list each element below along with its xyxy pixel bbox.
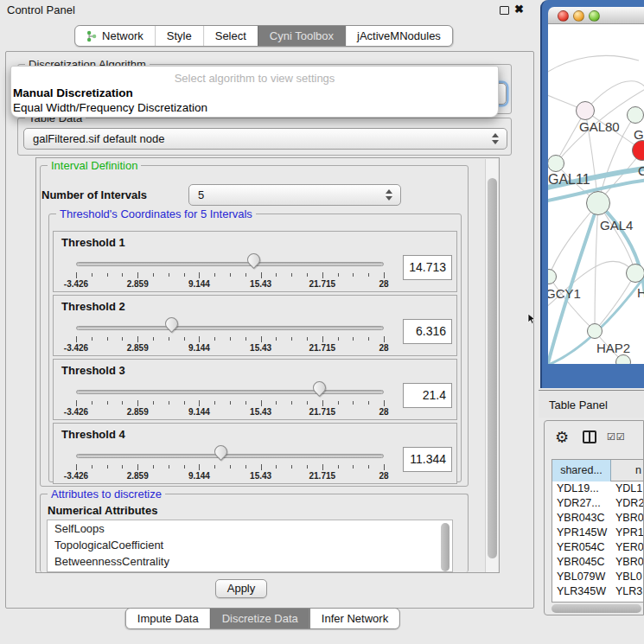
column-header-shared[interactable]: shared... xyxy=(552,460,611,481)
slider-tick xyxy=(230,273,231,277)
slider-tick xyxy=(76,272,77,278)
float-window-icon[interactable] xyxy=(500,6,509,15)
checked-boxes-icon[interactable]: ☑☑ xyxy=(607,431,626,443)
tab-cyni-toolbox[interactable]: Cyni Toolbox xyxy=(258,26,345,46)
slider-track[interactable] xyxy=(76,454,384,458)
tab-discretize-data[interactable]: Discretize Data xyxy=(210,609,309,628)
network-node[interactable] xyxy=(548,155,564,172)
network-node[interactable] xyxy=(615,354,631,364)
threshold-value-field[interactable]: 21.4 xyxy=(403,383,452,408)
slider-tick xyxy=(92,273,92,277)
cell-shared-name: YPR145W xyxy=(557,526,611,540)
bottom-tab-bar: Impute Data Discretize Data Infer Networ… xyxy=(125,608,400,629)
scrollbar-thumb[interactable] xyxy=(488,178,497,558)
cell-name: YDR2 xyxy=(615,496,643,511)
slider-tick xyxy=(322,336,323,342)
slider-tick xyxy=(214,401,215,405)
slider-tick xyxy=(107,337,108,341)
slider-tick xyxy=(338,273,339,277)
slider-tick xyxy=(184,465,185,469)
split-columns-icon[interactable] xyxy=(583,430,596,443)
threshold-value-field[interactable]: 6.316 xyxy=(403,319,452,344)
algorithm-popup-hint: Select algorithm to view settings xyxy=(11,72,498,85)
slider-tick xyxy=(261,272,262,278)
column-header-name[interactable]: n xyxy=(613,460,643,481)
network-node[interactable] xyxy=(627,106,644,124)
horizontal-scrollbar[interactable] xyxy=(552,604,641,613)
slider-tick-label: 9.144 xyxy=(188,471,210,481)
slider-track[interactable] xyxy=(76,326,384,330)
tab-select[interactable]: Select xyxy=(203,26,258,46)
attribute-list-item[interactable]: TopologicalCoefficient xyxy=(48,537,452,553)
cell-shared-name: YBL079W xyxy=(557,570,611,584)
slider-tick xyxy=(214,465,215,469)
network-node[interactable] xyxy=(587,323,603,339)
attribute-list-item[interactable]: BetweennessCentrality xyxy=(48,553,452,570)
slider-tick-label: 9.144 xyxy=(188,407,210,417)
vertical-scrollbar[interactable] xyxy=(485,159,498,573)
slider-tick-label: 9.144 xyxy=(188,279,210,289)
slider-tick xyxy=(276,465,277,469)
slider-tick xyxy=(276,401,277,405)
table-row[interactable]: YDR27...YDR2 xyxy=(552,496,643,511)
table-panel-title: Table Panel xyxy=(549,399,608,411)
slider-tick-label: 2.859 xyxy=(127,471,149,481)
slider-tick xyxy=(169,337,169,341)
apply-button[interactable]: Apply xyxy=(215,579,267,598)
slider-tick-label: 21.715 xyxy=(309,407,336,417)
table-row[interactable]: YLR345WYLR3 xyxy=(552,584,643,599)
table-data-combobox[interactable]: galFiltered.sif default node xyxy=(23,128,507,150)
table-row[interactable]: YIL052CYIL0 xyxy=(552,599,643,603)
threshold-row: Threshold 2-3.4262.8599.14415.4321.71528… xyxy=(53,295,457,356)
slider-tick xyxy=(169,401,169,405)
threshold-value-field[interactable]: 11.344 xyxy=(403,447,452,472)
edge xyxy=(548,55,639,74)
table-row[interactable]: YBR045CYBR0 xyxy=(552,555,643,570)
slider-tick xyxy=(107,465,108,469)
table-row[interactable]: YPR145WYPR1 xyxy=(552,526,643,540)
slider-track[interactable] xyxy=(76,262,384,266)
table-row[interactable]: YBR043CYBR0 xyxy=(552,511,643,526)
slider-tick-label: 28 xyxy=(379,343,388,353)
slider-tick xyxy=(276,337,277,341)
node-label: GAL11 xyxy=(548,172,590,188)
slider-tick-label: 28 xyxy=(379,471,388,481)
number-of-intervals-combobox[interactable]: 5 xyxy=(188,184,401,206)
close-icon[interactable]: ✖ xyxy=(514,3,524,16)
threshold-value-field[interactable]: 14.713 xyxy=(403,255,452,280)
node-table: shared... n YDL19...YDL1YDR27...YDR2YBR0… xyxy=(552,459,643,603)
number-of-intervals-value: 5 xyxy=(198,188,204,201)
tab-impute-data[interactable]: Impute Data xyxy=(126,609,210,628)
zoom-traffic-light-icon[interactable] xyxy=(589,10,600,22)
network-node[interactable] xyxy=(626,264,644,283)
minimize-traffic-light-icon[interactable] xyxy=(573,10,584,22)
tab-infer-network[interactable]: Infer Network xyxy=(309,609,399,628)
table-row[interactable]: YDL19...YDL1 xyxy=(552,481,643,496)
network-node[interactable] xyxy=(586,191,610,215)
slider-tick xyxy=(291,273,292,277)
attribute-list-item[interactable]: SelfLoops xyxy=(48,520,452,537)
table-row[interactable]: YBL079WYBL0 xyxy=(552,570,643,584)
close-traffic-light-icon[interactable] xyxy=(558,10,569,22)
cell-shared-name: YLR345W xyxy=(557,584,611,599)
numerical-attributes-list[interactable]: SelfLoopsTopologicalCoefficientBetweenne… xyxy=(47,520,453,572)
cell-shared-name: YIL052C xyxy=(557,599,611,603)
popup-option-equal-width-frequency[interactable]: Equal Width/Frequency Discretization xyxy=(13,101,207,114)
attributes-title: Attributes to discretize xyxy=(48,488,165,501)
network-canvas[interactable]: GAL80GCGAL11GAL4GCY1HHAP2 xyxy=(548,24,644,364)
panel-title: Control Panel xyxy=(7,3,75,16)
tab-network[interactable]: Network xyxy=(75,26,155,46)
edge xyxy=(549,203,598,277)
slider-tick xyxy=(199,272,200,278)
node-label: H xyxy=(637,285,644,300)
gear-icon[interactable]: ⚙ xyxy=(555,428,569,447)
popup-option-manual-discretization[interactable]: Manual Discretization xyxy=(13,86,133,99)
slider-tick xyxy=(338,337,339,341)
tab-style[interactable]: Style xyxy=(155,26,203,46)
network-node[interactable] xyxy=(576,101,595,120)
table-row[interactable]: YER054CYER0 xyxy=(552,540,643,555)
tab-jactivemnodules[interactable]: jActiveMNodules xyxy=(345,26,452,46)
slider-tick xyxy=(338,401,339,405)
list-scrollbar[interactable] xyxy=(440,522,450,570)
slider-track[interactable] xyxy=(76,390,384,394)
